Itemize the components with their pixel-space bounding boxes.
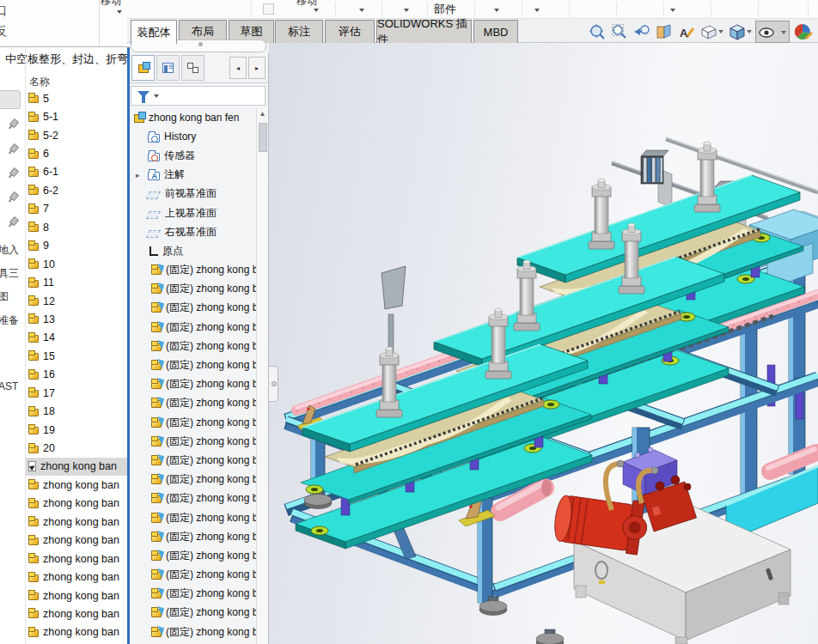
tab-addins[interactable]: SOLIDWORKS 插件 — [376, 20, 472, 43]
filter-funnel-icon[interactable] — [137, 91, 150, 98]
list-item[interactable]: 13 — [26, 310, 127, 328]
chevron-down-icon[interactable] — [670, 9, 675, 12]
pushpin-icon[interactable] — [4, 116, 20, 131]
display-style-icon[interactable] — [699, 21, 719, 42]
chevron-down-icon[interactable] — [359, 9, 364, 12]
pushpin-icon[interactable] — [4, 141, 20, 156]
tree-item[interactable]: 前视基准面 — [129, 185, 256, 204]
list-item[interactable]: 16 — [26, 366, 127, 384]
list-item[interactable]: 5-2 — [26, 126, 127, 144]
tree-item-fixed-component[interactable]: (固定) zhong kong ban — [129, 261, 256, 280]
chevron-down-icon[interactable] — [718, 30, 723, 33]
tree-scrollbar[interactable]: ▲ — [256, 108, 268, 644]
scroll-up-arrow[interactable]: ▲ — [257, 108, 268, 120]
clipped-button[interactable] — [0, 90, 21, 109]
tree-item-fixed-component[interactable]: (固定) zhong kong ban — [129, 604, 256, 623]
tree-item[interactable]: History — [129, 127, 256, 146]
list-item[interactable]: zhong kong ban — [26, 568, 127, 586]
component-toolbar-label[interactable]: 部件 — [434, 2, 456, 17]
tree-item-fixed-component[interactable]: (固定) zhong kong ban — [129, 471, 256, 489]
list-item[interactable]: zhong kong ban — [26, 532, 127, 550]
list-item[interactable]: zhong kong ban — [26, 550, 127, 568]
previous-view-icon[interactable] — [632, 21, 652, 42]
edit-appearance-icon[interactable] — [793, 21, 814, 42]
view-orientation-icon[interactable] — [727, 21, 748, 42]
list-item[interactable]: zhong kong ban — [26, 623, 127, 641]
zoom-area-icon[interactable] — [609, 21, 630, 42]
list-item[interactable]: 9 — [26, 237, 127, 255]
tree-item-fixed-component[interactable]: (固定) zhong kong ban — [129, 623, 256, 641]
tree-item-fixed-component[interactable]: (固定) zhong kong ban — [129, 413, 256, 432]
list-item[interactable]: 15 — [26, 347, 127, 365]
list-item[interactable]: 20 — [26, 439, 127, 457]
tree-item-fixed-component[interactable]: (固定) zhong kong ban — [129, 318, 256, 337]
tab-propertymanager[interactable] — [156, 55, 180, 81]
list-item[interactable]: 17 — [26, 384, 127, 402]
list-item[interactable]: 6-2 — [26, 181, 127, 199]
list-item[interactable]: zhong kong ban — [26, 605, 127, 623]
list-item[interactable]: 10 — [26, 255, 127, 273]
list-item[interactable]: zhong kong ban — [26, 495, 127, 513]
tree-item[interactable]: 右视基准面 — [129, 222, 256, 241]
tree-item-fixed-component[interactable]: (固定) zhong kong ban — [129, 489, 256, 508]
chevron-down-icon[interactable] — [314, 9, 319, 12]
tree-item-fixed-component[interactable]: (固定) zhong kong ban — [129, 451, 256, 470]
chevron-down-icon[interactable] — [534, 9, 540, 12]
tree-filter-box[interactable] — [131, 86, 266, 106]
chevron-down-icon[interactable] — [747, 30, 752, 33]
scrollbar-thumb[interactable] — [259, 123, 267, 152]
panel-collapse-tab[interactable] — [269, 366, 278, 402]
tree-item-fixed-component[interactable]: (固定) zhong kong ban — [129, 508, 256, 527]
toolbar-box-icon[interactable] — [263, 3, 274, 15]
tab-markup[interactable]: 标注 — [275, 20, 323, 43]
zoom-fit-icon[interactable] — [587, 21, 607, 42]
list-item[interactable]: zhong kong ban — [26, 458, 127, 476]
list-item[interactable]: 6 — [26, 144, 127, 162]
tab-featuremanager[interactable] — [131, 55, 155, 81]
chevron-down-icon[interactable] — [494, 9, 499, 12]
tree-item[interactable]: 原点 — [129, 241, 256, 260]
chevron-down-icon[interactable] — [117, 10, 122, 14]
annotation-visibility-icon[interactable]: A — [676, 21, 697, 42]
tree-root-item[interactable]: zhong kong ban fen — [129, 108, 256, 127]
panel-arrow-left[interactable]: ◂ — [229, 57, 247, 79]
tree-item-fixed-component[interactable]: (固定) zhong kong ban — [129, 585, 256, 604]
tree-item-fixed-component[interactable]: (固定) zhong kong ban — [129, 299, 256, 318]
list-item[interactable]: zhong kong ban — [26, 476, 127, 494]
tree-item-fixed-component[interactable]: (固定) zhong kong ban — [129, 355, 256, 374]
pushpin-icon[interactable] — [4, 189, 20, 204]
tree-item[interactable]: 上视基准面 — [129, 204, 256, 222]
tab-assembly[interactable]: 装配体 — [131, 20, 177, 44]
tab-configurationmanager[interactable] — [181, 55, 204, 81]
tab-evaluate[interactable]: 评估 — [325, 20, 375, 43]
list-item[interactable]: 8 — [26, 218, 127, 236]
tree-item-fixed-component[interactable]: (固定) zhong kong ban — [129, 394, 256, 413]
chevron-down-icon[interactable] — [404, 9, 409, 12]
tree-item-fixed-component[interactable]: (固定) zhong kong ban — [129, 337, 256, 355]
list-item[interactable]: zhong kong ban — [26, 586, 127, 605]
list-item[interactable]: 19 — [26, 421, 127, 439]
tree-item[interactable]: 传感器 — [129, 146, 256, 165]
hide-show-items-button[interactable] — [755, 21, 790, 43]
list-item[interactable]: 5-1 — [26, 107, 127, 125]
tree-item-fixed-component[interactable]: (固定) zhong kong ban — [129, 280, 256, 299]
tree-item[interactable]: 注解 — [129, 166, 256, 185]
tree-item-fixed-component[interactable]: (固定) zhong kong ban — [129, 546, 256, 565]
column-header-name[interactable]: 名称 — [29, 75, 50, 89]
list-item[interactable]: 5 — [26, 89, 127, 107]
list-item[interactable]: zhong kong ban — [26, 513, 127, 531]
list-item[interactable]: 18 — [26, 402, 127, 420]
tree-item-fixed-component[interactable]: (固定) zhong kong ban — [129, 375, 256, 394]
graphics-viewport[interactable] — [269, 43, 818, 644]
pushpin-icon[interactable] — [4, 214, 20, 229]
list-item[interactable]: 6-1 — [26, 163, 127, 181]
list-item[interactable]: 14 — [26, 329, 127, 347]
tree-item-fixed-component[interactable]: (固定) zhong kong ban — [129, 432, 256, 451]
chevron-down-icon[interactable] — [154, 94, 159, 98]
panel-arrow-right[interactable]: ▸ — [248, 57, 266, 79]
3d-model-canvas[interactable] — [269, 43, 818, 644]
pushpin-icon[interactable] — [4, 165, 20, 180]
tab-mbd[interactable]: MBD — [473, 20, 518, 43]
section-view-icon[interactable] — [654, 21, 675, 42]
chevron-down-icon[interactable] — [781, 31, 786, 34]
